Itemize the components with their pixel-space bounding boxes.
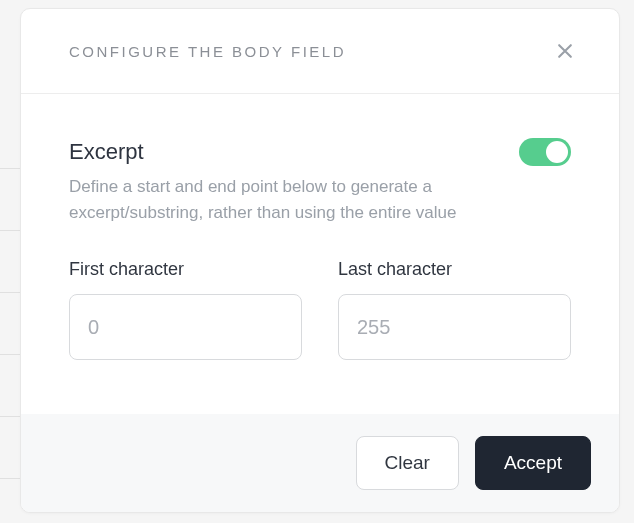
configure-field-modal: CONFIGURE THE BODY FIELD Excerpt Define … — [20, 8, 620, 513]
first-character-label: First character — [69, 259, 302, 280]
excerpt-toggle[interactable] — [519, 138, 571, 166]
close-button[interactable] — [551, 37, 579, 65]
modal-title: CONFIGURE THE BODY FIELD — [69, 43, 346, 60]
excerpt-description: Define a start and end point below to ge… — [69, 174, 529, 225]
toggle-knob — [546, 141, 568, 163]
last-character-group: Last character — [338, 259, 571, 360]
excerpt-heading: Excerpt — [69, 139, 144, 165]
accept-button[interactable]: Accept — [475, 436, 591, 490]
modal-footer: Clear Accept — [21, 414, 619, 512]
clear-button[interactable]: Clear — [356, 436, 459, 490]
close-icon — [555, 41, 575, 61]
background-rule-lines — [0, 0, 20, 523]
modal-header: CONFIGURE THE BODY FIELD — [21, 9, 619, 94]
first-character-group: First character — [69, 259, 302, 360]
first-character-input[interactable] — [69, 294, 302, 360]
excerpt-section-header: Excerpt — [69, 138, 571, 166]
last-character-input[interactable] — [338, 294, 571, 360]
last-character-label: Last character — [338, 259, 571, 280]
modal-body: Excerpt Define a start and end point bel… — [21, 94, 619, 414]
character-fields-row: First character Last character — [69, 259, 571, 360]
